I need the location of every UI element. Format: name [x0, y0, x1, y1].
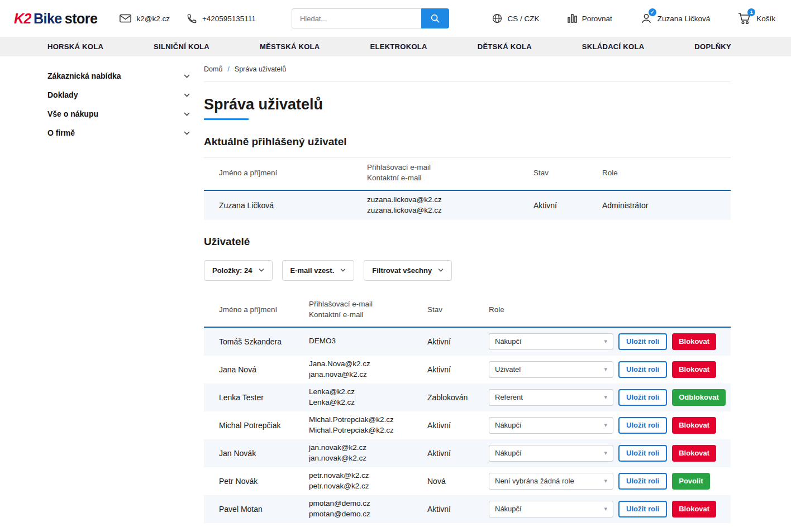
user-emails: Jana.Nova@k2.cz jana.nova@k2.cz	[294, 359, 412, 380]
save-role-button[interactable]: Uložit roli	[618, 473, 667, 490]
sidebar-item-label: Vše o nákupu	[47, 109, 98, 118]
breadcrumb-home[interactable]: Domů	[204, 65, 222, 73]
contact-email: pmotan@demo.cz	[309, 509, 412, 520]
compare-link[interactable]: Porovnat	[568, 14, 612, 23]
role-select[interactable]: Není vybrána žádná role ▾	[489, 473, 613, 490]
role-actions: Nákupčí ▾ Uložit roli Blokovat	[474, 501, 731, 517]
nav-item-doplnky[interactable]: DOPLŇKY	[694, 42, 731, 51]
users-table-body: Tomáš Szkandera DEMO3 Aktivní Nákupčí ▾ …	[204, 328, 731, 523]
role-select[interactable]: Referent ▾	[489, 389, 613, 406]
contact-email-link[interactable]: k2@k2.cz	[120, 14, 169, 23]
current-user-row: Zuzana Ličková zuzana.lickova@k2.cz zuza…	[204, 191, 731, 220]
role-select-value: Není vybrána žádná role	[495, 477, 574, 485]
user-status: Aktivní	[412, 337, 474, 346]
user-name: Lenka Tester	[204, 393, 294, 402]
save-role-button[interactable]: Uložit roli	[618, 501, 667, 517]
contact-email: petr.novak@k2.cz	[309, 481, 412, 492]
bar-chart-icon	[568, 14, 577, 23]
role-actions: Nákupčí ▾ Uložit roli Blokovat	[474, 333, 731, 350]
sidebar-item-label: Zákaznická nabídka	[47, 71, 121, 80]
user-name: Pavel Motan	[204, 505, 294, 514]
user-name: Michal Potrepčiak	[204, 421, 294, 430]
col-role: Role	[474, 305, 731, 314]
table-row: Michal Potrepčiak Michal.Potrepciak@k2.c…	[204, 411, 731, 439]
block-button[interactable]: Blokovat	[672, 445, 716, 462]
nav-item-elektrokola[interactable]: ELEKTROKOLA	[370, 42, 427, 51]
cart-link[interactable]: 1 Košík	[738, 12, 775, 25]
nav-item-skladaci-kola[interactable]: SKLÁDACÍ KOLA	[582, 42, 645, 51]
save-role-button[interactable]: Uložit roli	[618, 389, 667, 406]
user-emails: zuzana.lickova@k2.cz zuzana.lickova@k2.c…	[352, 195, 518, 216]
locale-switcher[interactable]: CS / CZK	[492, 13, 540, 24]
user-name: Tomáš Szkandera	[204, 337, 294, 346]
table-row: Lenka Tester Lenka@k2.cz Lenka@k2.cz Zab…	[204, 384, 731, 411]
sidebar-item-doklady[interactable]: Doklady	[47, 85, 190, 104]
block-button[interactable]: Blokovat	[672, 333, 716, 350]
role-select-value: Nákupčí	[495, 505, 522, 513]
breadcrumb-current: Správa uživatelů	[235, 65, 286, 73]
table-row: Pavel Motan pmotan@demo.cz pmotan@demo.c…	[204, 495, 731, 523]
role-select[interactable]: Uživatel ▾	[489, 361, 613, 378]
current-user-table: Jméno a příjmení Přihlašovací e-mail Kon…	[204, 157, 731, 220]
user-icon: ✓	[640, 12, 652, 25]
search-input[interactable]	[292, 8, 421, 28]
contact-phone-link[interactable]: +420595135111	[187, 13, 256, 24]
breadcrumb-separator: /	[227, 65, 229, 73]
sidebar-item-vse-o-nakupu[interactable]: Vše o nákupu	[47, 104, 190, 123]
contact-email: zuzana.lickova@k2.cz	[367, 205, 518, 216]
sort-dropdown[interactable]: E-mail vzest.	[282, 260, 355, 281]
unblock-button[interactable]: Odblokovat	[672, 389, 726, 406]
page-size-dropdown[interactable]: Položky: 24	[204, 260, 273, 281]
table-header: Jméno a příjmení Přihlašovací e-mail Kon…	[204, 157, 731, 191]
allow-button[interactable]: Povolit	[672, 473, 709, 490]
chevron-down-icon	[184, 131, 190, 135]
table-row: Petr Novák petr.novak@k2.cz petr.novak@k…	[204, 467, 731, 495]
block-button[interactable]: Blokovat	[672, 361, 716, 378]
contact-phone-text: +420595135111	[202, 15, 256, 23]
role-select[interactable]: Nákupčí ▾	[489, 417, 613, 434]
user-emails: pmotan@demo.cz pmotan@demo.cz	[294, 499, 412, 520]
nav-item-silnicni-kola[interactable]: SILNIČNÍ KOLA	[154, 42, 209, 51]
sidebar: Zákaznická nabídka Doklady Vše o nákupu …	[47, 56, 190, 532]
header-actions: CS / CZK Porovnat ✓ Zuzana Ličková 1 Koš…	[492, 12, 775, 25]
users-table: Jméno a příjmení Přihlašovací e-mail Kon…	[204, 294, 731, 523]
globe-icon	[492, 13, 503, 24]
role-select[interactable]: Nákupčí ▾	[489, 445, 613, 462]
table-row: Jan Novák jan.novak@k2.cz jan.novak@k2.c…	[204, 439, 731, 467]
user-emails: Lenka@k2.cz Lenka@k2.cz	[294, 387, 412, 408]
nav-item-horska-kola[interactable]: HORSKÁ KOLA	[47, 42, 103, 51]
role-actions: Nákupčí ▾ Uložit roli Blokovat	[474, 417, 731, 434]
nav-item-detska-kola[interactable]: DĚTSKÁ KOLA	[478, 42, 532, 51]
search-button[interactable]	[421, 8, 449, 28]
login-email: zuzana.lickova@k2.cz	[367, 195, 518, 205]
role-select[interactable]: Nákupčí ▾	[489, 333, 613, 350]
store-logo[interactable]: K2Bikestore	[14, 11, 97, 27]
user-status: Aktivní	[412, 365, 474, 374]
save-role-button[interactable]: Uložit roli	[618, 445, 667, 462]
nav-item-mestska-kola[interactable]: MĚSTSKÁ KOLA	[260, 42, 320, 51]
col-status: Stav	[412, 305, 474, 314]
save-role-button[interactable]: Uložit roli	[618, 333, 667, 350]
caret-down-icon: ▾	[604, 366, 607, 373]
save-role-button[interactable]: Uložit roli	[618, 417, 667, 434]
block-button[interactable]: Blokovat	[672, 501, 716, 517]
chevron-down-icon	[438, 269, 444, 272]
cart-text: Košík	[756, 15, 775, 23]
save-role-button[interactable]: Uložit roli	[618, 361, 667, 378]
user-emails: DEMO3	[294, 336, 412, 347]
role-select[interactable]: Nákupčí ▾	[489, 501, 613, 517]
col-role: Role	[587, 169, 731, 177]
user-name: Jan Novák	[204, 449, 294, 458]
account-menu[interactable]: ✓ Zuzana Ličková	[640, 12, 711, 25]
role-select-value: Referent	[495, 393, 523, 401]
sidebar-item-zakaznicka-nabidka[interactable]: Zákaznická nabídka	[47, 66, 190, 85]
user-name: Jana Nová	[204, 365, 294, 374]
login-email: Michal.Potrepciak@k2.cz	[309, 415, 412, 425]
sidebar-item-o-firme[interactable]: O firmě	[47, 123, 190, 142]
filter-dropdown[interactable]: Filtrovat všechny	[364, 260, 452, 281]
block-button[interactable]: Blokovat	[672, 417, 716, 434]
contact-email: jana.nova@k2.cz	[309, 370, 412, 380]
page-content: Zákaznická nabídka Doklady Vše o nákupu …	[0, 56, 791, 532]
verified-badge: ✓	[649, 8, 656, 16]
user-emails: jan.novak@k2.cz jan.novak@k2.cz	[294, 443, 412, 464]
